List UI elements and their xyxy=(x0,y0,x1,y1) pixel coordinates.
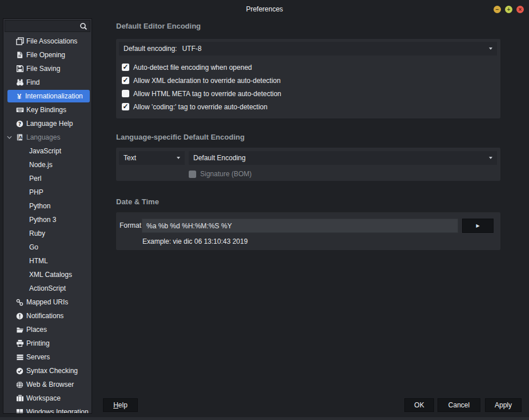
checkbox[interactable] xyxy=(122,64,129,71)
item-label: HTML xyxy=(29,257,48,265)
language-help-icon: ? xyxy=(15,120,24,128)
item-label: Language Help xyxy=(26,120,73,128)
item-label: Printing xyxy=(26,339,50,347)
sidebar-item-web-browser[interactable]: Web & Browser xyxy=(3,378,92,391)
cancel-button[interactable]: Cancel xyxy=(437,398,480,412)
format-shortcuts-button[interactable]: ▶ xyxy=(462,219,494,233)
default-encoding-row: Default encoding: UTF-8 xyxy=(119,42,497,56)
item-label: Python 3 xyxy=(29,216,56,224)
format-label: Format xyxy=(120,221,141,229)
sidebar-item-key-bindings[interactable]: Key Bindings xyxy=(3,103,92,117)
item-label: Languages xyxy=(26,133,60,141)
search-icon xyxy=(79,22,87,30)
default-encoding-value: UTF-8 xyxy=(182,45,201,53)
checkbox[interactable] xyxy=(122,103,129,110)
ok-button[interactable]: OK xyxy=(404,398,434,412)
find-icon xyxy=(15,78,24,86)
search-input[interactable] xyxy=(5,22,79,30)
printing-icon xyxy=(15,339,24,347)
titlebar: Preferences − + × xyxy=(0,0,529,18)
sidebar-item-places[interactable]: Places xyxy=(3,323,92,336)
item-label: Internationalization xyxy=(25,92,83,100)
sidebar-item-find[interactable]: Find xyxy=(3,76,92,89)
item-label: Places xyxy=(26,326,47,334)
item-label: File Opening xyxy=(26,51,65,59)
sidebar-item-mapped-uris[interactable]: Mapped URIs xyxy=(3,295,92,309)
sidebar-item-ruby[interactable]: Ruby xyxy=(3,227,92,240)
sidebar-item-xml-catalogs[interactable]: XML Catalogs xyxy=(3,268,92,282)
window-controls: − + × xyxy=(494,6,524,13)
maximize-button[interactable]: + xyxy=(505,6,512,13)
item-label: Web & Browser xyxy=(26,381,74,389)
checkbox-label: Signature (BOM) xyxy=(200,170,252,178)
windows-integration-icon xyxy=(15,408,24,413)
minimize-button[interactable]: − xyxy=(494,6,501,13)
sidebar-item-internationalization[interactable]: ¥ Internationalization xyxy=(7,90,90,102)
item-label: Perl xyxy=(29,175,41,183)
sidebar-item-workspace[interactable]: Workspace xyxy=(3,391,92,405)
notifications-icon xyxy=(15,312,24,320)
section-heading-language-encoding: Language-specific Default Encoding xyxy=(116,133,245,141)
languages-icon: A xyxy=(15,133,24,141)
checkbox[interactable] xyxy=(122,90,129,97)
chevron-down-icon xyxy=(489,157,492,159)
internationalization-icon: ¥ xyxy=(15,92,23,100)
item-label: Syntax Checking xyxy=(26,367,78,375)
sidebar-item-actionscript[interactable]: ActionScript xyxy=(3,282,92,295)
sidebar-item-nodejs[interactable]: Node.js xyxy=(3,158,92,172)
mapped-uris-icon xyxy=(15,298,24,306)
close-button[interactable]: × xyxy=(516,6,524,13)
svg-text:A: A xyxy=(19,135,22,140)
item-label: Node.js xyxy=(29,161,53,169)
language-dropdown-value: Text xyxy=(124,154,136,162)
apply-button[interactable]: Apply xyxy=(485,398,522,412)
item-label: Servers xyxy=(26,353,50,361)
default-encoding-dropdown[interactable]: UTF-8 xyxy=(182,42,492,56)
html-meta-checkbox-row[interactable]: Allow HTML META tag to override auto-det… xyxy=(122,87,281,100)
sidebar-item-file-associations[interactable]: File Associations xyxy=(3,34,92,48)
item-label: Workspace xyxy=(26,394,61,402)
sidebar-item-languages[interactable]: A Languages xyxy=(3,130,92,144)
svg-text:?: ? xyxy=(18,121,21,126)
workspace-icon xyxy=(15,394,24,402)
places-icon xyxy=(15,326,24,334)
format-input[interactable] xyxy=(142,219,458,233)
sidebar-item-perl[interactable]: Perl xyxy=(3,172,92,185)
coding-tag-checkbox-row[interactable]: Allow 'coding:' tag to override auto-det… xyxy=(122,100,268,113)
checkbox[interactable] xyxy=(122,77,129,84)
date-time-panel: Format ▶ Example: vie dic 06 13:10:43 20… xyxy=(116,212,500,250)
help-button[interactable]: Help xyxy=(103,398,138,412)
checkbox-label: Allow 'coding:' tag to override auto-det… xyxy=(133,103,268,111)
sidebar-item-servers[interactable]: Servers xyxy=(3,350,92,364)
sidebar-item-python3[interactable]: Python 3 xyxy=(3,213,92,227)
chevron-down-icon[interactable] xyxy=(7,136,12,139)
item-label: Windows Integration xyxy=(26,408,89,413)
sidebar-item-python[interactable]: Python xyxy=(3,199,92,213)
language-dropdown[interactable]: Text xyxy=(119,151,185,165)
file-saving-icon xyxy=(15,65,24,73)
item-label: ActionScript xyxy=(29,284,66,292)
sidebar-item-javascript[interactable]: JavaScript xyxy=(3,144,92,158)
xml-declaration-checkbox-row[interactable]: Allow XML declaration to override auto-d… xyxy=(122,74,281,87)
checkbox xyxy=(189,171,196,178)
sidebar-item-syntax-checking[interactable]: Syntax Checking xyxy=(3,364,92,378)
sidebar-search xyxy=(5,20,90,32)
sidebar-item-printing[interactable]: Printing xyxy=(3,336,92,350)
chevron-down-icon xyxy=(177,157,180,159)
preferences-window: { "window": { "title": "Preferences", "c… xyxy=(0,0,529,420)
sidebar-item-file-opening[interactable]: File Opening xyxy=(3,48,92,62)
language-encoding-dropdown[interactable]: Default Encoding xyxy=(189,151,497,165)
web-browser-icon xyxy=(15,381,24,389)
sidebar-item-notifications[interactable]: Notifications xyxy=(3,309,92,323)
language-encoding-panel: Text Default Encoding Signature (BOM) xyxy=(116,148,500,181)
default-encoding-label: Default encoding: xyxy=(124,45,177,53)
window-title: Preferences xyxy=(0,5,529,13)
sidebar-item-windows-integration[interactable]: Windows Integration xyxy=(3,405,92,413)
sidebar-item-go[interactable]: Go xyxy=(3,240,92,254)
checkbox-label: Allow HTML META tag to override auto-det… xyxy=(133,90,281,98)
sidebar-item-file-saving[interactable]: File Saving xyxy=(3,62,92,76)
sidebar-item-language-help[interactable]: ? Language Help xyxy=(3,117,92,130)
autodetect-encoding-checkbox-row[interactable]: Auto-detect file encoding when opened xyxy=(122,61,252,74)
sidebar-item-html[interactable]: HTML xyxy=(3,254,92,268)
sidebar-item-php[interactable]: PHP xyxy=(3,185,92,199)
